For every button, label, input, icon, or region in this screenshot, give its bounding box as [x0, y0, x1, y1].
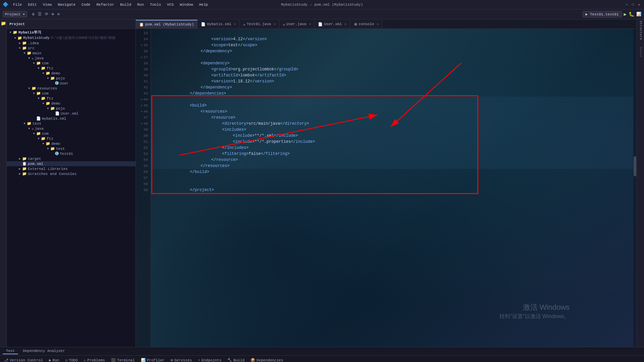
- left-icon-strip: 📁: [0, 19, 7, 347]
- menu-view[interactable]: View: [40, 2, 54, 7]
- tab-test01-close[interactable]: ✕: [274, 22, 276, 26]
- toolbar-todo[interactable]: ☑ TODO: [62, 357, 80, 362]
- menu-help[interactable]: Help: [197, 2, 211, 7]
- minimize-button[interactable]: —: [625, 2, 629, 7]
- project-tree[interactable]: ▼ 📁 Mybatis学习 ▼ 📁 MybatisStudy D:\C盘\近现代…: [7, 29, 136, 347]
- tab-console-label: console: [359, 22, 374, 26]
- run-button[interactable]: ▶: [624, 11, 627, 17]
- menu-bar[interactable]: File Edit View Navigate Code Refactor Bu…: [10, 2, 211, 7]
- toolbar-problems[interactable]: ⚠ Problems: [81, 357, 108, 362]
- maven-label[interactable]: Maven: [639, 47, 642, 58]
- tree-user-class[interactable]: 🅒 User: [7, 81, 136, 86]
- toolbar-version-control[interactable]: ⎇ Version Control: [1, 357, 46, 362]
- tab-mybatisxml[interactable]: 📄 mybatis.xml ✕: [198, 20, 240, 28]
- menu-code[interactable]: Code: [79, 2, 93, 7]
- tab-pomxml-icon: 📋: [139, 22, 144, 27]
- tree-demo3[interactable]: ▼ 📁 demo: [7, 141, 136, 146]
- tree-com1[interactable]: ▼ 📁 com: [7, 61, 136, 66]
- tree-com3[interactable]: ▼ 📁 com: [7, 131, 136, 136]
- toolbar-layout-icon[interactable]: ☰: [37, 11, 43, 17]
- editor-scrollbar[interactable]: [633, 29, 637, 347]
- tree-ftz2[interactable]: ▼ 📁 ftz: [7, 96, 136, 101]
- tab-pomxml[interactable]: 📋 pom.xml (MybatisStudy): [136, 20, 198, 28]
- project-icon[interactable]: 📁: [1, 21, 6, 26]
- tab-console-close[interactable]: ✕: [377, 22, 379, 26]
- menu-tools[interactable]: Tools: [147, 2, 164, 7]
- tab-userxml-close[interactable]: ✕: [344, 22, 346, 26]
- tree-extlibs[interactable]: ▶ 📁 External Libraries: [7, 166, 136, 171]
- project-panel-header: Project: [7, 19, 136, 29]
- close-button[interactable]: ✕: [637, 2, 641, 7]
- menu-build[interactable]: Build: [117, 2, 134, 7]
- tab-userxml[interactable]: 📄 User.xml ✕: [315, 20, 350, 28]
- menu-navigate[interactable]: Navigate: [55, 2, 78, 7]
- toolbar-terminal[interactable]: ⬛ Terminal: [108, 357, 138, 362]
- tree-java[interactable]: ▼ ☕ java: [7, 56, 136, 61]
- toolbar-sync-icon[interactable]: ⟳: [44, 11, 50, 17]
- tree-pojo2[interactable]: ▼ 📁 pojo: [7, 106, 136, 111]
- bottom-tab-dependency[interactable]: Dependency Analyzer: [19, 348, 68, 354]
- toolbar-dependencies[interactable]: 📦 Dependencies: [248, 357, 286, 362]
- tree-main[interactable]: ▼ 📁 main: [7, 51, 136, 56]
- tree-test3[interactable]: ▼ 📁 test: [7, 146, 136, 151]
- tree-demo2[interactable]: ▼ 📁 demo: [7, 101, 136, 106]
- tree-root[interactable]: ▼ 📁 Mybatis学习: [7, 29, 136, 35]
- menu-file[interactable]: File: [10, 2, 24, 7]
- project-dropdown[interactable]: Project ▾: [3, 11, 27, 17]
- maximize-button[interactable]: □: [631, 2, 635, 7]
- line-33: 33: [144, 30, 148, 36]
- tree-pomxml[interactable]: 📋 pom.xml: [7, 161, 136, 166]
- tree-idea[interactable]: ▶ 📁 .idea: [7, 41, 136, 46]
- menu-run[interactable]: Run: [135, 2, 147, 7]
- code-editor[interactable]: 33 34 ◀35 36 ◀37 38 39 40 41 42 43 ◀44 ◀…: [136, 29, 637, 347]
- toolbar-collapse-icon[interactable]: ⊖: [56, 11, 61, 17]
- app-logo: 🔷: [3, 2, 8, 7]
- profiler-label: Profiler: [147, 358, 165, 362]
- tree-resources[interactable]: ▼ 📁 resources: [7, 86, 136, 91]
- structure-label[interactable]: Structure: [639, 21, 642, 40]
- project-header-label: Project: [9, 22, 25, 26]
- tree-demo1[interactable]: ▼ 📁 demo: [7, 71, 136, 76]
- editor-area: 📋 pom.xml (MybatisStudy) 📄 mybatis.xml ✕…: [136, 19, 637, 347]
- tab-userjava-close[interactable]: ✕: [309, 22, 311, 26]
- tree-ftz3[interactable]: ▼ 📁 ftz: [7, 136, 136, 141]
- toolbar-services[interactable]: ⚙ Services: [168, 357, 195, 362]
- tree-src[interactable]: ▼ 📁 src: [7, 46, 136, 51]
- menu-vcs[interactable]: VCS: [164, 2, 176, 7]
- right-panels: Structure Maven: [637, 19, 644, 347]
- debug-button[interactable]: 🐛: [629, 11, 634, 17]
- toolbar-run[interactable]: ▶ Run: [46, 357, 62, 362]
- toolbar-build[interactable]: 🔨 Build: [225, 357, 247, 362]
- problems-label: Problems: [87, 358, 105, 362]
- run-config-dropdown[interactable]: ▶ Test01.test01: [583, 11, 622, 17]
- tab-test01[interactable]: ☕ Test01.java ✕: [240, 20, 279, 28]
- tab-console[interactable]: 🖥 console ✕: [350, 20, 382, 28]
- tree-ftz1[interactable]: ▼ 📁 ftz: [7, 66, 136, 71]
- tree-scratches[interactable]: ▶ 📁 Scratches and Consoles: [7, 171, 136, 176]
- toolbar-profiler[interactable]: 📊 Profiler: [138, 357, 167, 362]
- toolbar-settings-icon[interactable]: ⚙: [31, 11, 36, 17]
- profile-button[interactable]: 📊: [636, 12, 641, 17]
- tree-pojo1[interactable]: ▼ 📁 pojo: [7, 76, 136, 81]
- tree-test01-class[interactable]: 🅒 Test01: [7, 151, 136, 156]
- bottom-tab-text[interactable]: Text: [3, 348, 18, 354]
- tree-userxml[interactable]: 📄 User.xml: [7, 111, 136, 116]
- editor-tabs[interactable]: 📋 pom.xml (MybatisStudy) 📄 mybatis.xml ✕…: [136, 19, 637, 29]
- tree-testjava[interactable]: ▼ ☕ java: [7, 126, 136, 131]
- toolbar-endpoints[interactable]: ⚡ Endpoints: [195, 357, 224, 362]
- tree-project[interactable]: ▼ 📁 MybatisStudy D:\C盘\近现代\CSDN学习计划\项目\班…: [7, 35, 136, 41]
- tab-mybatis-close[interactable]: ✕: [234, 22, 236, 26]
- toolbar-expand-icon[interactable]: ⊕: [50, 11, 55, 17]
- tab-userjava[interactable]: ☕ User.java ✕: [279, 20, 315, 28]
- menu-window[interactable]: Window: [177, 2, 196, 7]
- code-line-59: [151, 187, 633, 193]
- window-controls[interactable]: — □ ✕: [625, 2, 641, 7]
- tree-target[interactable]: ▶ 📁 target: [7, 156, 136, 161]
- tree-test-dir[interactable]: ▼ 📁 test: [7, 121, 136, 126]
- menu-edit[interactable]: Edit: [25, 2, 39, 7]
- scroll-thumb[interactable]: [634, 156, 636, 176]
- tree-com2[interactable]: ▼ 📁 com: [7, 91, 136, 96]
- tree-mybatisxml[interactable]: 📄 mybatis.xml: [7, 116, 136, 121]
- code-content[interactable]: <version>4.12</version> <scope>test</sco…: [151, 29, 633, 347]
- menu-refactor[interactable]: Refactor: [94, 2, 117, 7]
